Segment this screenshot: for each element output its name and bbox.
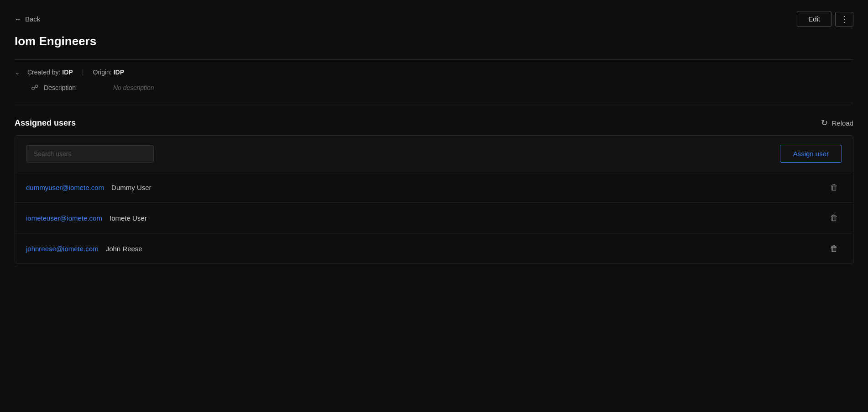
description-row: ☍ Description No description (15, 83, 853, 92)
back-label: Back (25, 15, 40, 23)
user-info: iometeuser@iomete.com Iomete User (26, 214, 147, 222)
user-email: iometeuser@iomete.com (26, 214, 102, 222)
back-button[interactable]: ← Back (15, 15, 40, 23)
assign-user-button[interactable]: Assign user (780, 145, 842, 163)
section-header: Assigned users ↻ Reload (15, 118, 853, 128)
table-row: dummyuser@iomete.com Dummy User 🗑 (15, 172, 853, 202)
user-info: johnreese@iomete.com John Reese (26, 245, 142, 253)
created-by: Created by: IDP (27, 69, 73, 76)
header-actions: Edit ⋮ (797, 11, 853, 27)
description-value: No description (113, 84, 154, 91)
header: ← Back Edit ⋮ (15, 11, 853, 27)
user-name: John Reese (106, 245, 142, 253)
section-title: Assigned users (15, 118, 76, 128)
user-email: johnreese@iomete.com (26, 245, 99, 253)
delete-user-button[interactable]: 🗑 (826, 243, 842, 254)
description-icon: ☍ (31, 83, 38, 92)
more-options-button[interactable]: ⋮ (835, 12, 853, 26)
delete-user-button[interactable]: 🗑 (826, 181, 842, 193)
reload-icon: ↻ (821, 118, 828, 128)
delete-user-button[interactable]: 🗑 (826, 212, 842, 224)
table-row: johnreese@iomete.com John Reese 🗑 (15, 233, 853, 264)
metadata-divider: | (82, 68, 84, 76)
assigned-users-section: Assigned users ↻ Reload Assign user dumm… (15, 118, 853, 264)
origin: Origin: IDP (93, 69, 124, 76)
edit-button[interactable]: Edit (797, 11, 831, 27)
user-list: dummyuser@iomete.com Dummy User 🗑 iomete… (15, 172, 853, 264)
reload-button[interactable]: ↻ Reload (821, 118, 853, 128)
user-name: Dummy User (111, 184, 152, 191)
created-by-label: Created by: (27, 69, 60, 76)
search-input[interactable] (26, 145, 154, 163)
page-container: ← Back Edit ⋮ Iom Engineers ⌄ Created by… (0, 0, 868, 275)
origin-value: IDP (114, 69, 124, 76)
reload-label: Reload (831, 119, 853, 127)
user-info: dummyuser@iomete.com Dummy User (26, 184, 152, 191)
page-title: Iom Engineers (15, 34, 853, 48)
description-label: Description (44, 84, 108, 91)
metadata-section: ⌄ Created by: IDP | Origin: IDP ☍ Descri… (15, 59, 853, 103)
created-by-value: IDP (62, 69, 73, 76)
metadata-row: ⌄ Created by: IDP | Origin: IDP (15, 68, 853, 76)
table-row: iometeuser@iomete.com Iomete User 🗑 (15, 202, 853, 233)
chevron-down-icon: ⌄ (15, 69, 20, 76)
user-email: dummyuser@iomete.com (26, 184, 104, 191)
toolbar: Assign user (15, 136, 853, 172)
back-arrow-icon: ← (15, 15, 21, 23)
origin-label: Origin: (93, 69, 112, 76)
users-container: Assign user dummyuser@iomete.com Dummy U… (15, 135, 853, 264)
user-name: Iomete User (110, 214, 147, 222)
